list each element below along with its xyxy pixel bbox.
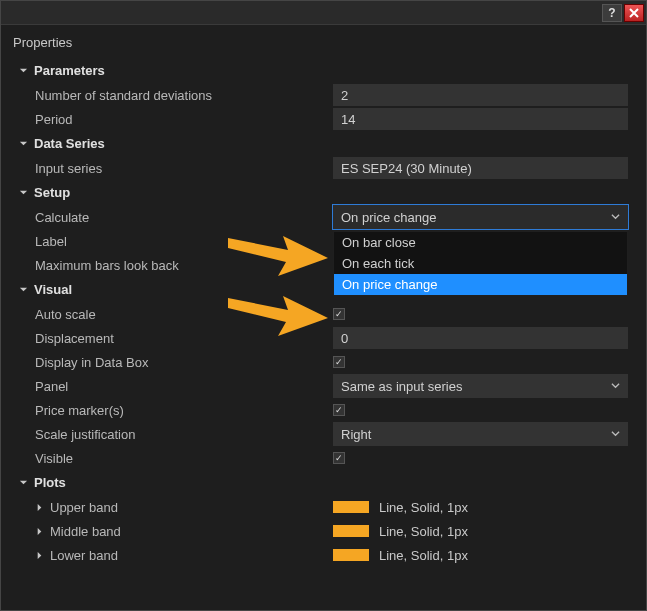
- dropdown-option-on-each-tick[interactable]: On each tick: [334, 253, 627, 274]
- row-visible: Visible ✓: [13, 446, 634, 470]
- row-input-series: Input series ES SEP24 (30 Minute): [13, 156, 634, 180]
- section-parameters[interactable]: Parameters: [13, 58, 634, 83]
- panel-title: Properties: [13, 35, 72, 50]
- checkbox-visible[interactable]: ✓: [333, 452, 345, 464]
- section-label: Plots: [34, 475, 66, 490]
- plot-desc-lower: Line, Solid, 1px: [379, 548, 468, 563]
- titlebar: ?: [1, 1, 646, 25]
- row-lower-band[interactable]: Lower band Line, Solid, 1px: [13, 543, 634, 567]
- label-scale-just: Scale justification: [13, 427, 333, 442]
- input-num-std[interactable]: [333, 84, 628, 106]
- row-display-databox: Display in Data Box ✓: [13, 350, 634, 374]
- caret-down-icon: [19, 139, 28, 148]
- help-button[interactable]: ?: [602, 4, 622, 22]
- input-period[interactable]: [333, 108, 628, 130]
- label-period: Period: [13, 112, 333, 127]
- row-middle-band[interactable]: Middle band Line, Solid, 1px: [13, 519, 634, 543]
- section-label: Setup: [34, 185, 70, 200]
- select-calculate-value: On price change: [341, 210, 436, 225]
- properties-window: ? Properties Parameters Number of standa…: [0, 0, 647, 611]
- plot-color-swatch: [333, 549, 369, 561]
- row-period: Period: [13, 107, 634, 131]
- caret-down-icon: [19, 188, 28, 197]
- select-panel-value: Same as input series: [341, 379, 462, 394]
- label-upper-band: Upper band: [50, 500, 118, 515]
- row-calculate: Calculate On price change: [13, 205, 634, 229]
- input-displacement[interactable]: [333, 327, 628, 349]
- checkbox-display-databox[interactable]: ✓: [333, 356, 345, 368]
- caret-right-icon: [35, 503, 44, 512]
- label-panel: Panel: [13, 379, 333, 394]
- caret-down-icon: [19, 66, 28, 75]
- caret-right-icon: [35, 551, 44, 560]
- annotation-arrow-icon: [228, 288, 328, 338]
- section-label: Visual: [34, 282, 72, 297]
- row-num-std: Number of standard deviations: [13, 83, 634, 107]
- plot-color-swatch: [333, 525, 369, 537]
- label-price-markers: Price marker(s): [13, 403, 333, 418]
- row-upper-band[interactable]: Upper band Line, Solid, 1px: [13, 495, 634, 519]
- chevron-down-icon: [611, 427, 620, 441]
- select-scale-just-value: Right: [341, 427, 371, 442]
- plot-color-swatch: [333, 501, 369, 513]
- caret-down-icon: [19, 478, 28, 487]
- checkbox-auto-scale[interactable]: ✓: [333, 308, 345, 320]
- field-input-series[interactable]: ES SEP24 (30 Minute): [333, 157, 628, 179]
- chevron-down-icon: [611, 210, 620, 224]
- properties-content: Parameters Number of standard deviations…: [1, 58, 646, 610]
- close-icon: [629, 8, 639, 18]
- label-calculate: Calculate: [13, 210, 333, 225]
- caret-down-icon: [19, 285, 28, 294]
- label-middle-band: Middle band: [50, 524, 121, 539]
- row-panel: Panel Same as input series: [13, 374, 634, 398]
- label-visible: Visible: [13, 451, 333, 466]
- label-input-series: Input series: [13, 161, 333, 176]
- row-scale-just: Scale justification Right: [13, 422, 634, 446]
- panel-header: Properties: [1, 25, 646, 58]
- plot-desc-middle: Line, Solid, 1px: [379, 524, 468, 539]
- dropdown-option-on-price-change[interactable]: On price change: [334, 274, 627, 295]
- section-label: Data Series: [34, 136, 105, 151]
- label-num-std: Number of standard deviations: [13, 88, 333, 103]
- checkbox-price-markers[interactable]: ✓: [333, 404, 345, 416]
- row-price-markers: Price marker(s) ✓: [13, 398, 634, 422]
- svg-marker-1: [228, 296, 328, 336]
- select-scale-just[interactable]: Right: [333, 422, 628, 446]
- select-panel[interactable]: Same as input series: [333, 374, 628, 398]
- chevron-down-icon: [611, 379, 620, 393]
- section-plots[interactable]: Plots: [13, 470, 634, 495]
- plot-desc-upper: Line, Solid, 1px: [379, 500, 468, 515]
- close-button[interactable]: [624, 4, 644, 22]
- label-lower-band: Lower band: [50, 548, 118, 563]
- section-data-series[interactable]: Data Series: [13, 131, 634, 156]
- annotation-arrow-icon: [228, 228, 328, 278]
- section-label: Parameters: [34, 63, 105, 78]
- label-display-databox: Display in Data Box: [13, 355, 333, 370]
- dropdown-option-on-bar-close[interactable]: On bar close: [334, 232, 627, 253]
- select-calculate[interactable]: On price change: [333, 205, 628, 229]
- section-setup[interactable]: Setup: [13, 180, 634, 205]
- svg-marker-0: [228, 236, 328, 276]
- calculate-dropdown[interactable]: On bar close On each tick On price chang…: [333, 231, 628, 296]
- caret-right-icon: [35, 527, 44, 536]
